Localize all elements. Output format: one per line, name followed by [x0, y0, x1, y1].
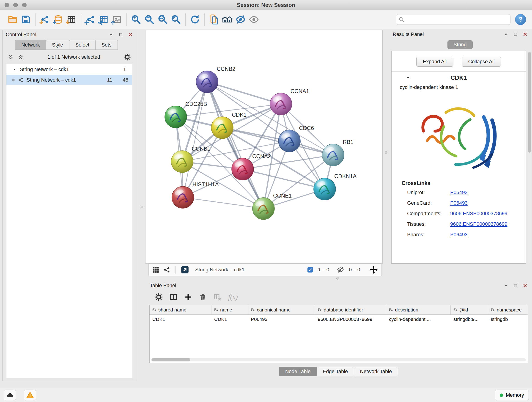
- edge-CCNB2-CCNA1[interactable]: [207, 82, 281, 104]
- column-header-canonical-name[interactable]: canonical name: [248, 305, 315, 314]
- tab-sets[interactable]: Sets: [95, 40, 118, 50]
- column-header-shared-name[interactable]: shared name: [150, 305, 211, 314]
- network-overview-icon[interactable]: [163, 266, 170, 273]
- column-header-description[interactable]: description: [386, 305, 451, 314]
- column-header-namespace[interactable]: namespace: [488, 305, 528, 314]
- tab-select[interactable]: Select: [69, 40, 95, 50]
- protein-structure-image: [408, 96, 509, 176]
- node-HIST1H1A[interactable]: HIST1H1A: [172, 181, 219, 208]
- show-columns-icon[interactable]: [170, 293, 177, 301]
- panel-menu-icon[interactable]: [504, 283, 508, 288]
- network-canvas[interactable]: CCNB2CCNA1CDC25BCDK1CDC6RB1CCNB1CCNA2CDK…: [145, 30, 383, 264]
- tab-node-table[interactable]: Node Table: [279, 367, 317, 376]
- network-row-selected[interactable]: String Network – cdk1 11 48: [6, 75, 132, 85]
- window-zoom-button[interactable]: [22, 3, 27, 7]
- results-scrollbar[interactable]: [528, 52, 531, 263]
- import-network-from-database-button[interactable]: [51, 13, 65, 26]
- tab-string[interactable]: String: [447, 40, 473, 49]
- scrollbar-handle[interactable]: [152, 358, 190, 361]
- import-network-from-file-button[interactable]: [38, 13, 51, 26]
- copy-document-button[interactable]: [207, 13, 221, 26]
- crosslink-link[interactable]: 9606.ENSP00000378699: [450, 221, 507, 227]
- hide-selected-button[interactable]: [234, 13, 247, 26]
- splitter-handle[interactable]: [336, 277, 339, 280]
- column-header--id[interactable]: @id: [451, 305, 488, 314]
- table-horizontal-scrollbar[interactable]: [152, 358, 526, 361]
- cloud-status-button[interactable]: [4, 390, 16, 400]
- delete-column-icon[interactable]: [199, 293, 207, 301]
- crosslink-link[interactable]: P06493: [450, 200, 468, 206]
- disclosure-triangle-icon[interactable]: [12, 67, 17, 71]
- protein-section-header[interactable]: CDK1: [392, 71, 526, 84]
- search-input[interactable]: [396, 14, 510, 25]
- tab-network-table[interactable]: Network Table: [354, 367, 398, 376]
- selected-nodes-checkbox[interactable]: [307, 267, 313, 273]
- zoom-out-button[interactable]: −: [143, 13, 156, 26]
- clone-view-button[interactable]: [110, 13, 124, 26]
- crosslink-link[interactable]: P06493: [450, 232, 468, 238]
- memory-button[interactable]: Memory: [495, 390, 529, 400]
- tab-style[interactable]: Style: [46, 40, 70, 50]
- new-network-button[interactable]: [84, 13, 97, 26]
- panel-float-icon[interactable]: [513, 32, 518, 37]
- network-from-table-button[interactable]: [97, 13, 110, 26]
- panel-close-icon[interactable]: [523, 283, 527, 288]
- hidden-eye-slash-icon[interactable]: [337, 266, 344, 273]
- import-table-button[interactable]: [65, 13, 78, 26]
- column-header-name[interactable]: name: [211, 305, 248, 314]
- delete-table-icon[interactable]: [214, 293, 221, 301]
- zoom-in-button[interactable]: +: [129, 13, 143, 26]
- node-CDK1[interactable]: CDK1: [211, 112, 247, 139]
- edge-CCNB2-CCNE1[interactable]: [207, 82, 264, 209]
- add-column-icon[interactable]: [184, 293, 192, 301]
- node-CDC25B[interactable]: CDC25B: [165, 101, 207, 128]
- network-icon: [18, 77, 23, 83]
- save-session-button[interactable]: [19, 13, 32, 26]
- splitter-handle[interactable]: [385, 151, 387, 154]
- node-RB1[interactable]: RB1: [322, 139, 354, 166]
- collapse-all-button[interactable]: Collapse All: [462, 57, 501, 67]
- tab-edge-table[interactable]: Edge Table: [317, 367, 354, 376]
- network-collection-row[interactable]: String Network – cdk1 1: [6, 64, 132, 75]
- zoom-selected-button[interactable]: ✓: [169, 13, 183, 26]
- tab-network[interactable]: Network: [15, 40, 46, 50]
- splitter-handle[interactable]: [141, 206, 143, 208]
- function-builder-icon[interactable]: f(x): [228, 293, 238, 301]
- node-count: 11: [99, 77, 112, 83]
- panel-close-icon[interactable]: [523, 32, 527, 37]
- table-options-gear-icon[interactable]: [155, 293, 163, 301]
- node-CDC6[interactable]: CDC6: [278, 125, 314, 152]
- export-view-icon[interactable]: [181, 265, 189, 274]
- panel-close-icon[interactable]: [128, 32, 133, 37]
- panel-menu-icon[interactable]: [504, 32, 508, 37]
- expand-all-icon[interactable]: [18, 54, 24, 60]
- show-all-button[interactable]: [247, 13, 260, 26]
- column-header-database-identifier[interactable]: database identifier: [315, 305, 386, 314]
- birds-eye-grid-icon[interactable]: [152, 266, 160, 274]
- fit-content-button[interactable]: ⤾: [156, 13, 169, 26]
- edge-HIST1H1A-CCNE1[interactable]: [183, 197, 264, 209]
- warnings-button[interactable]: [24, 390, 36, 400]
- node-CDKN1A[interactable]: CDKN1A: [314, 173, 356, 200]
- panel-menu-icon[interactable]: [109, 32, 114, 37]
- node-CCNA1[interactable]: CCNA1: [270, 88, 309, 115]
- help-button[interactable]: ?: [515, 14, 526, 25]
- crosslink-link[interactable]: 9606.ENSP00000378699: [450, 211, 507, 217]
- scrollbar-handle[interactable]: [528, 52, 531, 153]
- panel-float-icon[interactable]: [119, 32, 123, 37]
- window-close-button[interactable]: [5, 3, 9, 7]
- open-session-button[interactable]: [6, 13, 19, 26]
- crosslink-link[interactable]: P06493: [450, 190, 468, 196]
- collapse-all-icon[interactable]: [7, 54, 13, 60]
- column-label: namespace: [497, 307, 522, 313]
- expand-all-button[interactable]: Expand All: [416, 57, 453, 67]
- edge-CCNB2-HIST1H1A[interactable]: [183, 82, 207, 197]
- window-minimize-button[interactable]: [13, 3, 18, 7]
- first-neighbors-button[interactable]: [221, 13, 234, 26]
- disclosure-triangle-icon[interactable]: [406, 75, 410, 80]
- apply-layout-button[interactable]: [188, 13, 202, 26]
- network-options-gear-icon[interactable]: [124, 54, 131, 61]
- panel-float-icon[interactable]: [513, 283, 518, 288]
- table-row[interactable]: CDK1CDK1P064939606.ENSP00000378699cyclin…: [150, 315, 528, 324]
- pan-move-icon[interactable]: [369, 265, 378, 274]
